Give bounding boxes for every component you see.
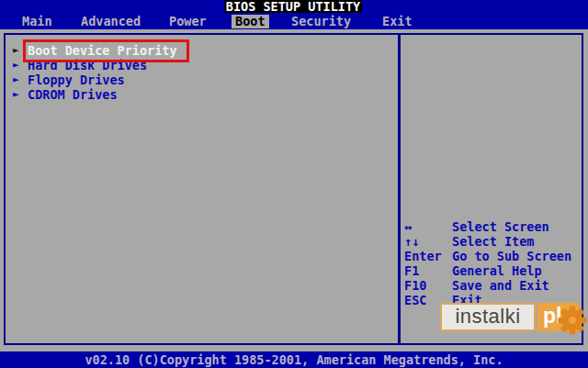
key-label: F1 <box>404 264 452 277</box>
key-action: General Help <box>452 263 542 278</box>
help-row-select-screen: ↔Select Screen <box>404 220 549 233</box>
tab-main[interactable]: Main <box>22 15 52 28</box>
tab-security[interactable]: Security <box>291 15 351 28</box>
page-title: BIOS SETUP UTILITY <box>224 0 362 13</box>
key-label: ↔ <box>404 220 452 233</box>
status-bar: v02.10 (C)Copyright 1985-2001, American … <box>0 351 588 368</box>
list-item-floppy-drives[interactable]: ►Floppy Drives <box>13 73 125 86</box>
key-action: Select Screen <box>452 219 549 234</box>
key-action: Select Item <box>452 234 534 249</box>
key-label: F10 <box>404 279 452 292</box>
annotation-highlight-box <box>23 39 189 62</box>
tab-boot[interactable]: Boot <box>232 15 269 28</box>
bios-setup-screen: BIOS SETUP UTILITY Main Advanced Power B… <box>0 0 588 368</box>
tab-exit[interactable]: Exit <box>382 15 413 28</box>
help-row-save-exit: F10Save and Exit <box>404 279 549 292</box>
watermark-name: instalki <box>440 303 536 331</box>
list-item-label: Floppy Drives <box>28 72 125 87</box>
panel-divider <box>398 33 401 345</box>
item-arrow-icon: ► <box>13 88 28 101</box>
help-row-select-item: ↑↓Select Item <box>404 235 534 248</box>
list-item-label: CDROM Drives <box>28 87 118 102</box>
copyright-text: v02.10 (C)Copyright 1985-2001, American … <box>85 352 503 367</box>
key-action: Go to Sub Screen <box>452 249 571 263</box>
key-label: Enter <box>404 250 452 262</box>
list-item-cdrom-drives[interactable]: ►CDROM Drives <box>13 88 118 101</box>
gear-icon <box>556 304 588 337</box>
key-label: ↑↓ <box>404 235 452 248</box>
help-row-sub-screen: EnterGo to Sub Screen <box>404 250 571 262</box>
tab-power[interactable]: Power <box>169 15 207 28</box>
instalki-watermark: instalki pl <box>440 303 588 340</box>
item-arrow-icon: ► <box>13 73 28 86</box>
key-action: Save and Exit <box>452 278 549 293</box>
help-row-general-help: F1General Help <box>404 264 542 277</box>
tab-advanced[interactable]: Advanced <box>81 15 141 28</box>
